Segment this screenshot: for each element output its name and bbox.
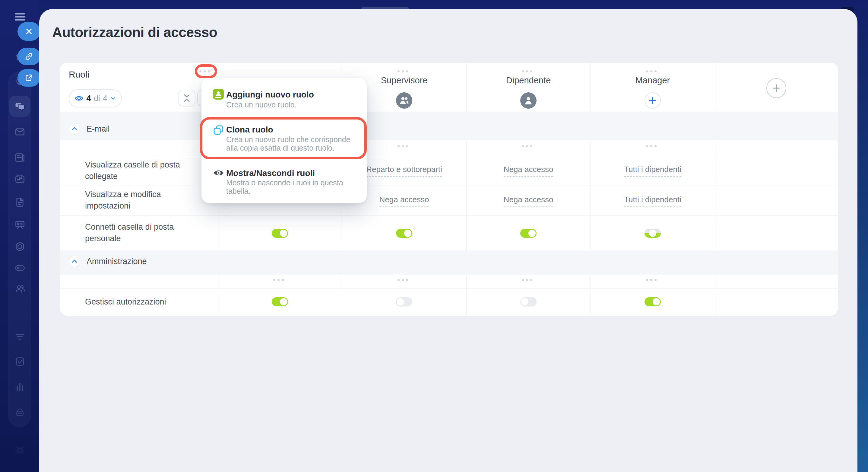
chevron-up-icon — [71, 126, 78, 131]
permission-toggle[interactable] — [520, 229, 536, 238]
people-icon[interactable] — [14, 284, 25, 294]
permission-toggle[interactable] — [520, 297, 536, 306]
permission-value[interactable]: Reparto e sottoreparti — [366, 165, 442, 177]
chat-icon[interactable] — [14, 101, 25, 112]
document-icon[interactable] — [14, 197, 25, 208]
visible-count: 4 — [86, 93, 91, 103]
settings-gear-icon[interactable] — [14, 445, 25, 456]
news-icon[interactable] — [14, 152, 25, 163]
clone-role-icon — [213, 125, 224, 136]
collapse-section-admin[interactable] — [69, 256, 80, 267]
roles-table: Ruoli 4 di 4 Supervisore Dipendente Mana… — [60, 63, 838, 316]
row-handle[interactable] — [273, 279, 284, 281]
section-band-admin — [60, 250, 838, 275]
copy-link-button[interactable] — [18, 48, 40, 65]
presentation-icon[interactable] — [14, 219, 25, 230]
permission-value[interactable]: Nega accesso — [379, 195, 429, 207]
hexagon-icon[interactable] — [14, 241, 25, 252]
calendar-icon[interactable] — [14, 174, 25, 184]
permission-value[interactable]: Nega accesso — [504, 165, 553, 177]
add-role-icon — [213, 89, 224, 99]
chevron-down-icon — [110, 96, 116, 100]
hamburger-menu-icon[interactable] — [15, 13, 25, 21]
section-band-email — [60, 112, 838, 140]
permission-toggle[interactable] — [396, 229, 412, 238]
plus-icon — [772, 84, 781, 93]
close-button[interactable] — [18, 22, 40, 41]
role-header-manager[interactable]: Manager — [591, 76, 715, 85]
permission-toggle[interactable] — [396, 297, 412, 306]
menu-item-show-hide-roles[interactable]: Mostra/Nascondi ruoli Mostra o nasconde … — [202, 164, 367, 200]
row-handle[interactable] — [398, 145, 408, 147]
screen: Autorizzazioni di accesso Ruoli — [0, 0, 868, 472]
collapse-all-button[interactable] — [178, 90, 195, 107]
mail-icon[interactable] — [14, 126, 25, 137]
page-title: Autorizzazioni di accesso — [52, 24, 217, 40]
main-panel: Autorizzazioni di accesso Ruoli — [39, 9, 858, 472]
column-options-manager[interactable] — [646, 70, 657, 72]
permission-toggle[interactable] — [645, 229, 661, 238]
permission-toggle[interactable] — [645, 297, 661, 306]
robot-icon[interactable] — [14, 407, 25, 418]
menu-item-clone-role[interactable]: Clona ruolo Crea un nuovo ruolo che corr… — [202, 117, 367, 159]
filter-icon[interactable] — [14, 332, 25, 343]
permission-label: Gestisci autorizzazioni — [85, 296, 166, 307]
section-title-admin: Amministrazione — [87, 257, 147, 266]
permission-toggle[interactable] — [272, 297, 288, 306]
section-title-email: E-mail — [87, 124, 110, 134]
column-options-dipendente[interactable] — [522, 70, 532, 72]
plus-icon — [649, 96, 657, 105]
drive-icon[interactable] — [14, 263, 25, 273]
permission-label: Visualizza e modifica impostazioni — [85, 188, 161, 211]
row-handle[interactable] — [522, 145, 532, 147]
table-options-button[interactable] — [199, 70, 210, 72]
eye-icon — [74, 95, 84, 102]
menu-item-description: Crea un nuovo ruolo che corrisponde alla… — [226, 135, 350, 152]
role-header-dipendente[interactable]: Dipendente — [466, 76, 591, 85]
row-handle[interactable] — [646, 145, 657, 147]
avatar-manager-add[interactable] — [645, 92, 661, 109]
permission-label: Connetti casella di posta personale — [85, 221, 174, 244]
show-hide-roles-icon — [213, 168, 224, 179]
column-options-supervisore[interactable] — [398, 70, 408, 72]
collapse-section-email[interactable] — [69, 123, 80, 135]
permission-value[interactable]: Tutti i dipendenti — [624, 195, 681, 207]
of-label: di — [94, 94, 100, 103]
row-handle[interactable] — [522, 279, 532, 281]
menu-item-description: Crea un nuovo ruolo. — [226, 100, 297, 109]
permission-label: Visualizza caselle di posta collegate — [85, 159, 180, 182]
permission-value[interactable]: Nega accesso — [504, 195, 553, 207]
tasks-checkbox-icon[interactable] — [14, 356, 25, 367]
chevron-up-icon — [71, 259, 78, 264]
menu-item-description: Mostra o nasconde i ruoli in questa tabe… — [226, 178, 343, 195]
roles-context-menu: Aggiungi nuovo ruolo Crea un nuovo ruolo… — [202, 78, 367, 203]
collapse-icon — [182, 93, 191, 103]
add-role-column-button[interactable] — [766, 78, 786, 98]
avatar-dipendente — [520, 92, 536, 109]
two-people-icon — [399, 96, 409, 105]
permission-value[interactable]: Tutti i dipendenti — [624, 165, 681, 177]
menu-item-add-role[interactable]: Aggiungi nuovo ruolo Crea un nuovo ruolo… — [202, 78, 367, 114]
sidebar — [0, 0, 39, 472]
row-handle[interactable] — [398, 279, 408, 281]
permission-toggle[interactable] — [272, 229, 288, 238]
table-title: Ruoli — [69, 69, 89, 80]
open-external-button[interactable] — [18, 69, 40, 87]
person-icon — [524, 96, 533, 105]
visible-roles-filter[interactable]: 4 di 4 — [69, 89, 122, 108]
bar-chart-icon[interactable] — [14, 381, 25, 392]
menu-item-title: Clona ruolo — [226, 125, 273, 135]
menu-divider — [211, 114, 358, 114]
menu-item-title: Aggiungi nuovo ruolo — [226, 90, 314, 99]
avatar-supervisore — [396, 92, 412, 109]
menu-item-title: Mostra/Nascondi ruoli — [226, 168, 315, 178]
total-count: 4 — [103, 94, 107, 103]
row-handle[interactable] — [646, 279, 657, 281]
